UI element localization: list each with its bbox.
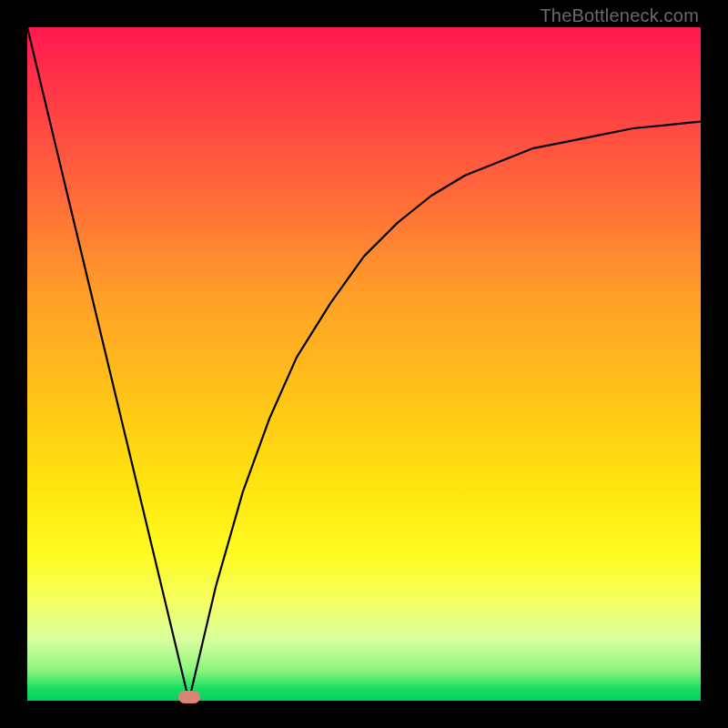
- plot-area: [27, 27, 701, 701]
- watermark-text: TheBottleneck.com: [540, 5, 699, 26]
- minimum-marker: [178, 691, 200, 703]
- bottleneck-curve: [27, 27, 701, 701]
- chart-frame: TheBottleneck.com: [0, 0, 728, 728]
